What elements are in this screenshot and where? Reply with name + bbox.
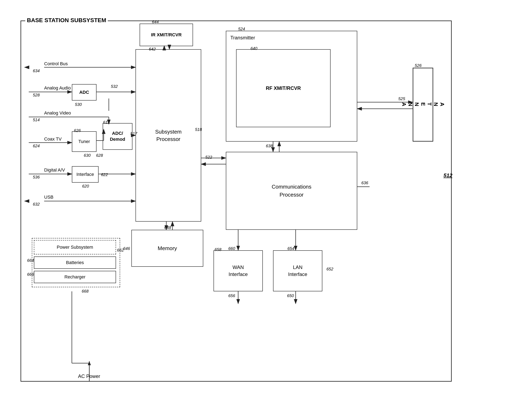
batteries-label: Batteries xyxy=(66,260,84,265)
ref-622: 622 xyxy=(101,172,108,177)
ref-644: 644 xyxy=(152,20,159,24)
ref-528: 528 xyxy=(33,93,40,98)
ref-666: 666 xyxy=(27,272,34,277)
ref-648: 648 xyxy=(164,225,171,230)
ref-654: 654 xyxy=(287,246,294,251)
bss-title: BASE STATION SUBSYSTEM xyxy=(25,17,108,24)
main-container: BASE STATION SUBSYSTEM IR XMIT/RCVR 644 … xyxy=(8,8,509,410)
coax-tv-label: Coax TV xyxy=(44,136,61,142)
ref-636: 636 xyxy=(361,180,368,185)
ref-526: 526 xyxy=(415,63,421,68)
lan-interface-label: LANInterface xyxy=(288,264,307,278)
ref-634: 634 xyxy=(33,68,40,73)
diagram: BASE STATION SUBSYSTEM IR XMIT/RCVR 644 … xyxy=(8,8,509,410)
communications-processor-box: CommunicationsProcessor xyxy=(226,152,357,230)
ref-536: 536 xyxy=(33,175,40,180)
ref-522: 522 xyxy=(205,155,212,160)
ref-626: 626 xyxy=(74,128,81,133)
ref-518: 518 xyxy=(195,127,202,132)
ref-612: 612 xyxy=(103,120,110,125)
memory-label: Memory xyxy=(158,245,177,252)
tuner-label: Tuner xyxy=(78,139,90,144)
ir-xmit-rcvr-box: IR XMIT/RCVR xyxy=(140,24,193,46)
ref-638: 638 xyxy=(266,144,273,148)
batteries-box: Batteries xyxy=(34,256,116,269)
adc-label: ADC xyxy=(79,90,89,95)
rf-xmit-rcvr-box: RF XMIT/RCVR xyxy=(236,49,331,127)
memory-box: Memory xyxy=(131,230,203,267)
transmitter-label: Transmitter xyxy=(230,35,255,41)
antenna-label: ANTENNA xyxy=(401,102,445,107)
ref-658: 658 xyxy=(214,247,221,252)
ref-632: 632 xyxy=(33,202,40,207)
ir-xmit-rcvr-label: IR XMIT/RCVR xyxy=(151,32,182,38)
adc-demod-label: ADC/Demod xyxy=(110,130,125,142)
ref-514: 514 xyxy=(33,118,40,122)
ref-620: 620 xyxy=(82,184,89,188)
ref-652: 652 xyxy=(327,267,333,271)
analog-video-text: Analog Video xyxy=(44,110,71,115)
recharger-box: Recharger xyxy=(34,271,116,283)
lan-interface-box: LANInterface xyxy=(273,250,322,291)
ref-656: 656 xyxy=(228,293,235,298)
antenna-box: ANTENNA xyxy=(413,68,433,142)
ac-power-text: AC Power xyxy=(78,373,100,379)
power-subsystem-box: Power Subsystem xyxy=(34,240,116,255)
ref-532: 532 xyxy=(111,84,118,89)
ref-524: 524 xyxy=(238,27,245,31)
subsystem-processor-box: SubsystemProcessor xyxy=(136,49,201,222)
ref-517: 517 xyxy=(130,131,137,136)
ref-646: 646 xyxy=(123,246,130,251)
analog-audio-label: Analog Audio xyxy=(44,85,71,91)
ref-664: 664 xyxy=(27,258,34,263)
wan-interface-box: WANInterface xyxy=(213,250,263,291)
digital-av-text: Digital A/V xyxy=(44,167,65,172)
analog-video-label: Analog Video xyxy=(44,110,71,116)
ref-650: 650 xyxy=(287,293,294,298)
usb-label: USB xyxy=(44,195,53,200)
coax-tv-text: Coax TV xyxy=(44,136,61,142)
ref-660: 660 xyxy=(228,246,235,251)
ref-642: 642 xyxy=(149,47,156,52)
ref-512: 512 xyxy=(443,172,452,179)
adc-box: ADC xyxy=(72,84,97,101)
control-bus-text: Control Bus xyxy=(44,61,68,66)
communications-processor-label: CommunicationsProcessor xyxy=(272,183,312,199)
digital-av-label: Digital A/V xyxy=(44,167,65,173)
ref-530: 530 xyxy=(75,102,82,107)
ref-624: 624 xyxy=(33,144,40,148)
usb-text: USB xyxy=(44,195,53,200)
wan-interface-label: WANInterface xyxy=(229,264,248,278)
interface-label: Interface xyxy=(76,172,94,177)
ac-power-label: AC Power xyxy=(78,373,100,379)
power-subsystem-label: Power Subsystem xyxy=(57,245,93,250)
analog-audio-text: Analog Audio xyxy=(44,85,71,90)
ref-640: 640 xyxy=(251,46,257,51)
ref-525: 525 xyxy=(398,97,405,101)
ref-662: 662 xyxy=(117,248,124,253)
recharger-label: Recharger xyxy=(64,274,86,280)
ref-630: 630 xyxy=(84,153,91,158)
control-bus-label: Control Bus xyxy=(44,61,68,67)
rf-xmit-rcvr-label: RF XMIT/RCVR xyxy=(266,85,301,91)
ref-668: 668 xyxy=(82,289,89,294)
tuner-box: Tuner xyxy=(72,131,97,152)
subsystem-processor-label: SubsystemProcessor xyxy=(155,128,182,143)
interface-box: Interface xyxy=(72,166,99,183)
adc-demod-box: ADC/Demod xyxy=(103,123,132,150)
ref-628: 628 xyxy=(96,153,103,158)
